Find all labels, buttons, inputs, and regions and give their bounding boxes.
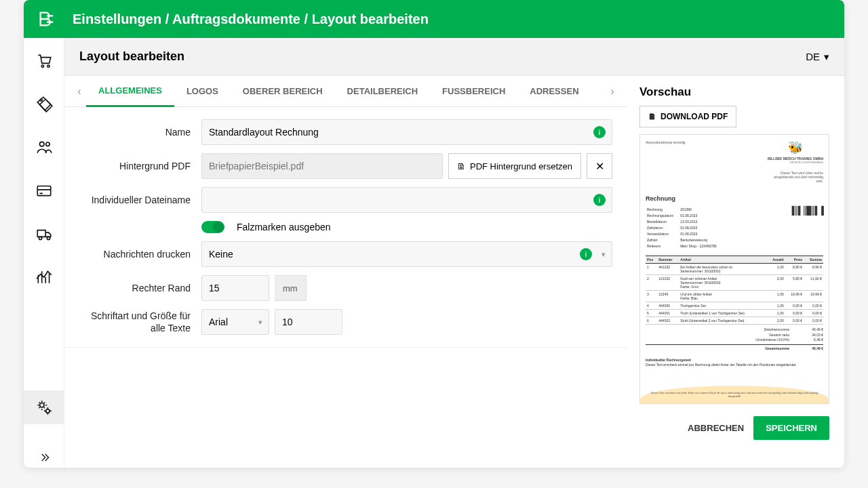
chevron-down-icon: ▾ <box>824 51 829 63</box>
barcode-icon: ▐║▌║█║▌▐ <box>789 206 823 250</box>
margin-input[interactable] <box>201 275 269 301</box>
pdf-icon: 🗎 <box>457 161 466 171</box>
form: Name i Hintergrund PDF 🗎PDF Hintergrund … <box>64 107 627 348</box>
tab-scroll-left[interactable]: ‹ <box>73 85 86 98</box>
svg-point-0 <box>41 65 43 67</box>
name-label: Name <box>79 127 201 138</box>
chart-icon[interactable] <box>34 267 54 287</box>
preview-title: Vorschau <box>639 85 832 99</box>
clear-bg-button[interactable]: ✕ <box>587 153 612 179</box>
file-input[interactable] <box>201 187 612 213</box>
tabs: ‹ ALLGEMEINES LOGOS OBERER BEREICH DETAI… <box>64 76 627 107</box>
card-icon[interactable] <box>34 180 54 201</box>
tab-adressen[interactable]: ADRESSEN <box>517 76 591 107</box>
font-label: Schriftart und Größe für alle Texte <box>79 310 201 334</box>
fold-toggle[interactable] <box>201 221 224 233</box>
pdf-icon: 🗎 <box>648 112 656 121</box>
settings-icon[interactable] <box>24 390 64 424</box>
topbar: Einstellungen / Auftragsdokumente / Layo… <box>24 0 844 38</box>
svg-point-3 <box>39 142 44 146</box>
sidebar <box>24 38 64 468</box>
expand-icon[interactable] <box>34 447 54 468</box>
svg-point-6 <box>39 237 41 239</box>
tab-allgemeines[interactable]: ALLGEMEINES <box>86 76 174 107</box>
breadcrumb: Einstellungen / Auftragsdokumente / Layo… <box>73 12 429 27</box>
users-icon[interactable] <box>34 137 54 157</box>
fold-label: Falzmarken ausgeben <box>237 222 331 232</box>
subheader: Layout bearbeiten DE▾ <box>64 38 844 76</box>
name-input[interactable] <box>201 119 612 145</box>
replace-bg-button[interactable]: 🗎PDF Hintergrund ersetzen <box>448 153 581 179</box>
chevron-down-icon: ▾ <box>601 250 606 259</box>
truck-icon[interactable] <box>34 224 54 244</box>
pdf-preview: Absenderadresse einzeilig 🐝BILLBEE MERCH… <box>639 134 829 404</box>
info-icon[interactable]: i <box>593 194 606 206</box>
tab-detailbereich[interactable]: DETAILBEREICH <box>335 76 430 107</box>
info-icon[interactable]: i <box>593 126 606 138</box>
info-icon[interactable]: i <box>580 248 592 260</box>
tab-oberer-bereich[interactable]: OBERER BEREICH <box>231 76 335 107</box>
svg-point-2 <box>40 99 42 101</box>
svg-point-8 <box>39 403 44 408</box>
bee-icon: 🐝 <box>768 140 823 155</box>
svg-point-7 <box>47 237 50 239</box>
bg-label: Hintergrund PDF <box>79 161 201 171</box>
language-select[interactable]: DE▾ <box>806 51 829 63</box>
app-logo-icon <box>36 8 58 30</box>
size-input[interactable] <box>275 309 342 335</box>
file-label: Individueller Dateiname <box>79 195 201 205</box>
cancel-button[interactable]: ABBRECHEN <box>688 423 744 433</box>
tab-logos[interactable]: LOGOS <box>174 76 231 107</box>
margin-label: Rechter Rand <box>79 283 201 293</box>
tag-icon[interactable] <box>34 94 54 114</box>
msg-label: Nachrichten drucken <box>79 249 201 260</box>
margin-unit: mm <box>275 275 307 301</box>
cart-icon[interactable] <box>34 50 54 70</box>
bg-input <box>201 153 443 179</box>
tab-fussbereich[interactable]: FUSSBEREICH <box>430 76 517 107</box>
msg-select[interactable] <box>201 241 612 267</box>
tab-scroll-right[interactable]: › <box>606 85 619 98</box>
page-title: Layout bearbeiten <box>79 49 184 64</box>
svg-point-9 <box>45 409 49 413</box>
save-button[interactable]: SPEICHERN <box>753 416 829 440</box>
chevron-down-icon: ▾ <box>258 318 262 327</box>
svg-point-1 <box>47 65 49 67</box>
download-pdf-button[interactable]: 🗎DOWNLOAD PDF <box>639 106 736 127</box>
svg-rect-5 <box>37 186 51 196</box>
svg-point-4 <box>45 142 49 146</box>
